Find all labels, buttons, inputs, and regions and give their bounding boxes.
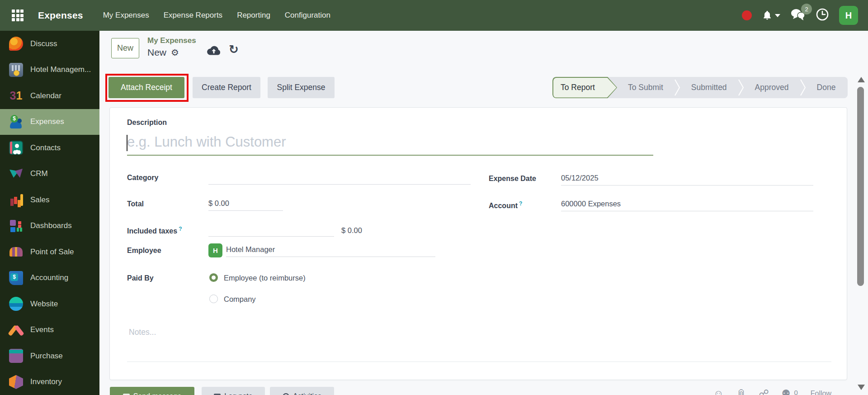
clock-icon: [283, 393, 289, 395]
breadcrumb: New ⚙: [147, 47, 179, 58]
expenses-icon: [9, 115, 23, 129]
app-title: Expenses: [38, 10, 83, 21]
total-input[interactable]: [208, 198, 283, 211]
employee-avatar: H: [208, 243, 222, 257]
sidebar-item-contacts[interactable]: Contacts: [0, 135, 99, 161]
new-record-button[interactable]: New: [111, 38, 139, 58]
activities-button[interactable]: Activities: [270, 387, 334, 395]
account-label: Account?: [489, 200, 522, 210]
paid-by-company-radio[interactable]: [209, 295, 218, 303]
paid-by-company-option[interactable]: Company: [224, 295, 256, 304]
sidebar-item-inventory[interactable]: Inventory: [0, 369, 99, 395]
discuss-icon: [9, 37, 23, 51]
discard-undo-icon[interactable]: ↺: [229, 43, 239, 56]
sidebar-item-website[interactable]: Website: [0, 291, 99, 317]
note-icon: [214, 394, 221, 395]
description-input[interactable]: [127, 133, 653, 156]
messages-badge: 2: [801, 4, 812, 14]
attachment-icon[interactable]: 📎︎: [736, 388, 746, 395]
paid-by-employee-radio[interactable]: [209, 273, 218, 282]
hotel-management-icon: [9, 63, 23, 77]
inventory-icon: [9, 375, 23, 389]
sidebar-item-dashboards[interactable]: Dashboards: [0, 213, 99, 239]
stage-to-report[interactable]: To Report: [552, 77, 617, 98]
events-icon: [9, 323, 23, 337]
included-taxes-amount: $ 0.00: [341, 226, 362, 235]
stage-approved[interactable]: Approved: [744, 77, 800, 98]
menu-configuration[interactable]: Configuration: [279, 7, 336, 24]
status-pipeline: To Report To Submit Submitted Approved D…: [552, 77, 848, 98]
activities-clock-icon[interactable]: [816, 8, 829, 23]
paid-by-employee-option[interactable]: Employee (to reimburse): [224, 274, 306, 282]
stage-to-submit[interactable]: To Submit: [617, 77, 674, 98]
sales-icon: [9, 193, 23, 207]
stage-separator-icon: [738, 77, 744, 98]
sidebar-item-sales[interactable]: Sales: [0, 187, 99, 213]
breadcrumb-current: New: [147, 47, 166, 58]
breadcrumb-parent[interactable]: My Expenses: [147, 36, 196, 45]
send-message-button[interactable]: Send message: [110, 387, 194, 395]
sidebar-item-calendar[interactable]: 31Calendar: [0, 83, 99, 109]
contacts-icon: [9, 141, 23, 155]
purchase-icon: [9, 349, 23, 363]
scrollbar-down-arrow[interactable]: [858, 385, 865, 390]
stage-submitted[interactable]: Submitted: [680, 77, 738, 98]
sidebar-item-point-of-sale[interactable]: Point of Sale: [0, 239, 99, 265]
main-menu: My Expenses Expense Reports Reporting Co…: [98, 7, 336, 24]
followers-icon[interactable]: ⚉: [782, 388, 791, 395]
stage-separator-icon: [800, 77, 806, 98]
accounting-icon: [9, 271, 23, 285]
category-input[interactable]: [208, 172, 471, 185]
main-content: New My Expenses New ⚙ ↺ Attach Receipt C…: [99, 31, 868, 395]
menu-my-expenses[interactable]: My Expenses: [98, 7, 155, 24]
scrollbar-up-arrow[interactable]: [858, 77, 865, 82]
expense-date-input[interactable]: [561, 173, 813, 186]
description-label: Description: [127, 119, 167, 127]
follow-button[interactable]: Follow: [811, 390, 831, 395]
included-taxes-input[interactable]: [208, 224, 334, 237]
total-label: Total: [127, 200, 144, 208]
top-navbar: Expenses My Expenses Expense Reports Rep…: [0, 0, 868, 31]
emoji-icon[interactable]: ☺: [713, 388, 723, 395]
save-cloud-icon[interactable]: [206, 45, 222, 59]
actions-gear-icon[interactable]: ⚙: [171, 48, 179, 57]
notes-input[interactable]: Notes...: [129, 328, 156, 337]
stage-separator-icon: [674, 77, 680, 98]
create-report-button[interactable]: Create Report: [193, 77, 260, 98]
menu-expense-reports[interactable]: Expense Reports: [158, 7, 228, 24]
calendar-icon: 31: [9, 89, 23, 103]
expense-date-label: Expense Date: [489, 175, 536, 183]
scrollbar-thumb[interactable]: [857, 87, 864, 286]
paid-by-label: Paid By: [127, 274, 154, 282]
sidebar-item-events[interactable]: Events: [0, 317, 99, 343]
account-help-icon[interactable]: ?: [519, 200, 522, 207]
category-label: Category: [127, 174, 158, 182]
log-note-button[interactable]: Log note: [202, 387, 265, 395]
link-icon[interactable]: ☍: [759, 388, 769, 395]
bell-caret-icon: [775, 14, 780, 17]
employee-input[interactable]: [226, 244, 435, 257]
sidebar-item-purchase[interactable]: Purchase: [0, 343, 99, 369]
notifications-bell-icon[interactable]: [762, 10, 780, 21]
app-sidebar: Discuss Hotel Managem... 31Calendar Expe…: [0, 31, 99, 395]
menu-reporting[interactable]: Reporting: [231, 7, 276, 24]
apps-grid-icon[interactable]: [12, 10, 24, 21]
sidebar-item-expenses[interactable]: Expenses: [0, 109, 99, 135]
employee-label: Employee: [127, 247, 161, 255]
sidebar-item-accounting[interactable]: Accounting: [0, 265, 99, 291]
sidebar-item-hotel-management[interactable]: Hotel Managem...: [0, 57, 99, 83]
expense-form-sheet: Description Category Total Included taxe…: [109, 107, 847, 380]
messages-icon[interactable]: 2: [790, 8, 806, 23]
attach-receipt-button[interactable]: Attach Receipt: [108, 77, 184, 98]
point-of-sale-icon: [9, 245, 23, 259]
sidebar-item-crm[interactable]: CRM: [0, 161, 99, 187]
stage-done[interactable]: Done: [806, 77, 847, 98]
split-expense-button[interactable]: Split Expense: [268, 77, 335, 98]
account-input[interactable]: [561, 199, 813, 211]
included-taxes-help-icon[interactable]: ?: [179, 226, 182, 232]
recording-indicator-icon: [742, 10, 752, 20]
sidebar-item-discuss[interactable]: Discuss: [0, 31, 99, 57]
user-avatar[interactable]: H: [839, 6, 858, 25]
chatter-toolbar: ☺ 📎︎ ☍ ⚉ 0 Follow: [713, 388, 831, 395]
website-icon: [9, 297, 23, 311]
